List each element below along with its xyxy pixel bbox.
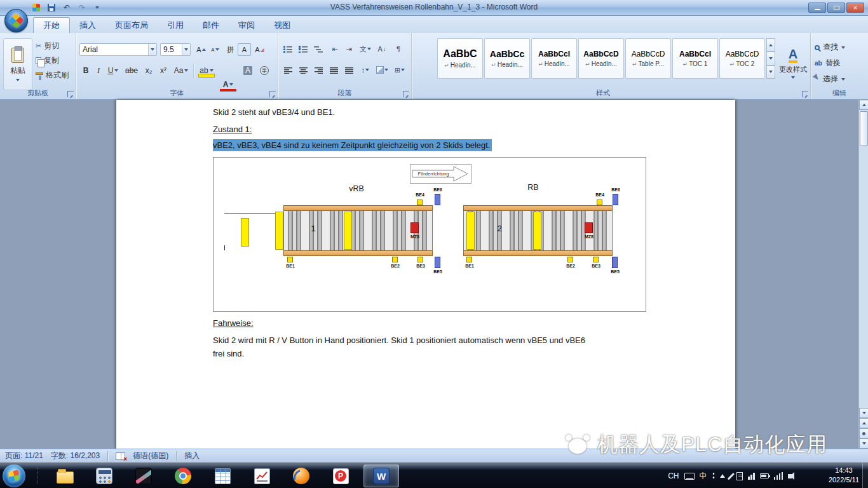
battery-icon[interactable] <box>760 473 769 478</box>
shrink-font-button[interactable]: A <box>208 43 222 56</box>
align-center-button[interactable] <box>296 64 310 76</box>
show-paragraph-marks-button[interactable]: ¶ <box>391 43 405 55</box>
font-name-select[interactable]: Arial <box>79 43 157 56</box>
taskbar-item-chart-app[interactable] <box>244 464 280 487</box>
clear-formatting-button[interactable]: A◢ <box>253 43 266 56</box>
taskbar-item-chrome[interactable] <box>165 464 201 487</box>
multilevel-list-button[interactable] <box>311 43 325 55</box>
enclose-character-button[interactable]: 字 <box>257 64 272 78</box>
conveyor-diagram[interactable]: Förderrichtung vRB RB <box>213 157 646 312</box>
document-page[interactable]: Skid 2 steht auf vBE3/4 und BE1. Zustand… <box>116 100 735 449</box>
format-painter-button[interactable]: 格式刷 <box>34 69 74 82</box>
dialog-launcher-icon[interactable] <box>802 91 808 97</box>
gallery-up-button[interactable] <box>766 38 775 51</box>
pinyin-guide-button[interactable]: 拼 <box>224 43 237 56</box>
change-case-button[interactable]: Aa <box>172 64 191 78</box>
copy-button[interactable]: 复制 <box>34 54 74 67</box>
tab-insert[interactable]: 插入 <box>70 17 105 33</box>
pen-icon[interactable] <box>727 473 734 480</box>
select-button[interactable]: 选择 <box>815 72 845 86</box>
taskbar-item-spreadsheet-app[interactable] <box>205 464 240 487</box>
change-styles-button[interactable]: A 更改样式 <box>775 38 811 88</box>
distribute-button[interactable] <box>342 64 356 76</box>
taskbar-item-design-tool[interactable] <box>126 464 161 487</box>
italic-button[interactable]: I <box>93 64 104 78</box>
cut-button[interactable]: ✂剪切 <box>34 39 74 53</box>
doc-text-paragraph[interactable]: Skid 2 wird mit R / V Button in Hand pos… <box>213 336 585 345</box>
dialog-launcher-icon[interactable] <box>67 91 74 97</box>
underline-button[interactable]: U <box>105 64 121 78</box>
tab-review[interactable]: 审阅 <box>229 17 264 33</box>
numbering-button[interactable] <box>296 43 310 55</box>
dialog-launcher-icon[interactable] <box>403 91 409 97</box>
highlight-color-button[interactable]: ab <box>197 64 216 78</box>
scroll-up-button[interactable] <box>859 100 868 110</box>
next-page-button[interactable] <box>859 438 868 449</box>
document-tray-icon[interactable] <box>736 472 743 480</box>
tab-home[interactable]: 开始 <box>33 17 70 33</box>
style-toc1[interactable]: AaBbCcI ↵TOC 1 <box>672 38 718 79</box>
hidden-icons-arrow[interactable] <box>720 474 725 478</box>
start-button[interactable] <box>3 464 25 487</box>
keyboard-icon[interactable] <box>684 473 695 480</box>
show-desktop-button[interactable] <box>862 463 868 488</box>
dialog-launcher-icon[interactable] <box>269 91 276 97</box>
decrease-indent-button[interactable]: ⇤ <box>328 43 342 55</box>
scrollbar-thumb[interactable] <box>860 111 868 146</box>
gallery-more-button[interactable] <box>766 65 775 79</box>
tray-ime-zh[interactable]: 中 <box>700 471 707 482</box>
taskbar-item-browser-orange[interactable] <box>283 464 319 487</box>
tab-page-layout[interactable]: 页面布局 <box>105 17 158 33</box>
close-button[interactable]: × <box>846 3 864 13</box>
maximize-button[interactable] <box>827 3 845 13</box>
previous-page-button[interactable] <box>859 418 868 428</box>
minimize-button[interactable] <box>808 3 826 13</box>
strikethrough-button[interactable]: abe <box>123 64 140 78</box>
style-heading4[interactable]: AaBbCcD ↵Headin... <box>578 38 624 79</box>
replace-button[interactable]: ab替换 <box>815 57 841 70</box>
find-button[interactable]: 查找 <box>815 41 845 54</box>
language-indicator[interactable]: 德语(德国) <box>133 451 168 461</box>
justify-button[interactable] <box>327 64 341 76</box>
paste-button[interactable]: 粘贴 <box>3 38 32 90</box>
ime-menu-icon[interactable] <box>712 472 715 480</box>
doc-text-highlighted[interactable]: vBE2, vBE3, vBE4 sind zu keinem Zeitpunk… <box>213 140 492 150</box>
office-button[interactable] <box>4 9 28 32</box>
tab-references[interactable]: 引用 <box>158 17 193 33</box>
tab-view[interactable]: 视图 <box>264 17 300 33</box>
style-heading3[interactable]: AaBbCcI ↵Headin... <box>531 38 577 79</box>
taskbar-item-p-app[interactable]: P <box>323 464 358 487</box>
taskbar-item-explorer[interactable] <box>47 464 83 487</box>
scroll-down-button[interactable] <box>859 408 868 418</box>
superscript-button[interactable]: x² <box>156 64 170 78</box>
vertical-scrollbar[interactable] <box>858 100 868 449</box>
taskbar-item-calculator[interactable] <box>86 464 122 487</box>
subscript-button[interactable]: x₂ <box>142 64 156 78</box>
bullets-button[interactable] <box>281 43 295 55</box>
grow-font-button[interactable]: A <box>194 43 208 56</box>
doc-text-paragraph[interactable]: frei sind. <box>213 349 244 358</box>
shading-button[interactable] <box>375 64 389 76</box>
tab-mailings[interactable]: 邮件 <box>193 17 229 33</box>
align-right-button[interactable] <box>311 64 325 76</box>
gallery-down-button[interactable] <box>766 51 775 65</box>
font-size-select[interactable]: 9.5 <box>160 43 191 56</box>
page-indicator[interactable]: 页面: 11/21 <box>5 451 43 461</box>
taskbar-item-word[interactable]: W <box>363 464 399 487</box>
character-shading-button[interactable]: A <box>240 64 255 78</box>
style-heading2[interactable]: AaBbCc ↵Headin... <box>484 38 530 79</box>
style-heading1[interactable]: AaBbC ↵Headin... <box>437 38 483 79</box>
asian-layout-button[interactable]: 文 <box>358 43 372 55</box>
sort-button[interactable]: A↓ <box>375 43 389 55</box>
doc-text-line[interactable]: Skid 2 steht auf vBE3/4 und BE1. <box>213 107 335 117</box>
tray-lang-ch[interactable]: CH <box>668 471 679 480</box>
doc-text-zustand[interactable]: Zustand 1: <box>213 125 252 134</box>
align-left-button[interactable] <box>281 64 295 76</box>
bold-button[interactable]: B <box>79 64 92 78</box>
increase-indent-button[interactable]: ⇥ <box>342 43 356 55</box>
character-border-button[interactable]: A <box>238 43 251 56</box>
spellcheck-icon[interactable]: × <box>116 452 125 460</box>
volume-icon[interactable] <box>788 474 792 478</box>
borders-button[interactable]: ⊞ <box>393 64 407 76</box>
network-icon[interactable] <box>774 472 783 480</box>
